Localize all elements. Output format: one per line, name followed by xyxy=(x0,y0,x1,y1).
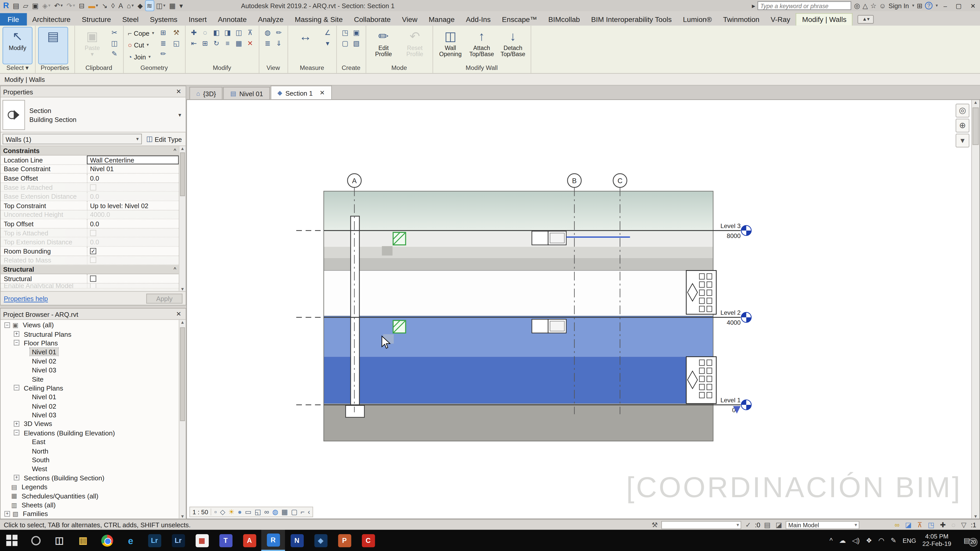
exchange-apps-icon[interactable]: △ xyxy=(862,2,868,10)
top-is-attached-checkbox[interactable] xyxy=(90,230,96,236)
properties-header[interactable]: Properties ✕ xyxy=(0,86,186,97)
revit-taskbar-icon[interactable]: R xyxy=(261,530,285,551)
app-dark-icon[interactable]: ◆ xyxy=(309,530,332,551)
beam-block-upper[interactable] xyxy=(532,231,566,245)
panel-label-create[interactable]: Create xyxy=(337,64,366,73)
canvas-scrollbar-thumb[interactable] xyxy=(973,107,979,145)
window-opening-level1[interactable] xyxy=(393,321,406,333)
switch-windows-icon[interactable]: ◫▾ xyxy=(155,0,167,11)
tree-item-sheets-all[interactable]: ▥Sheets (all) xyxy=(0,500,179,509)
panel-label-mode[interactable]: Mode xyxy=(366,64,432,73)
type-selector-caret-icon[interactable]: ▾ xyxy=(178,111,184,118)
section-view-canvas[interactable]: A B C Level 3 8000 xyxy=(186,99,980,519)
tree-item-site[interactable]: Site xyxy=(0,375,179,383)
tab-structure[interactable]: Structure xyxy=(76,14,117,26)
edit-profile-button[interactable]: ✏EditProfile xyxy=(369,27,398,64)
join-button[interactable]: ◔Join▾ xyxy=(127,51,156,62)
tab-lumion[interactable]: Lumion® xyxy=(677,14,718,26)
detail-level-icon[interactable]: ▫ xyxy=(215,508,217,516)
rotate-icon[interactable]: ↻ xyxy=(211,38,222,48)
close-inactive-icon[interactable]: ⇓ xyxy=(274,38,284,48)
tab-enscape[interactable]: Enscape™ xyxy=(496,14,543,26)
tree-item-nivel-03[interactable]: Nivel 03 xyxy=(0,365,179,375)
crop-view-icon[interactable]: ▭ xyxy=(245,508,251,516)
revit-logo-icon[interactable]: R xyxy=(2,0,10,11)
demolish-icon[interactable]: ⚒ xyxy=(171,27,182,38)
panel-label-properties[interactable]: Properties xyxy=(36,64,74,73)
transfer-icon[interactable]: ◈▾ xyxy=(41,0,52,11)
split-element-icon[interactable]: ◫ xyxy=(234,27,244,38)
louver-panel-upper[interactable] xyxy=(686,270,716,314)
beam-block-lower[interactable] xyxy=(532,319,566,333)
enable-analytical-model-checkbox[interactable] xyxy=(90,283,96,289)
top-is-attached-value[interactable] xyxy=(87,229,179,237)
tree-item-nivel-01[interactable]: Nivel 01 xyxy=(0,348,179,356)
copy-icon[interactable]: ⊞ xyxy=(200,38,210,48)
collapse-icon[interactable]: − xyxy=(4,322,10,328)
constraints-group-header[interactable]: Constraints^ xyxy=(0,146,179,156)
project-browser-close-icon[interactable]: ✕ xyxy=(174,310,183,318)
temporary-hide-isolate-icon[interactable]: ∞ xyxy=(264,508,269,516)
zoom-tool-icon[interactable]: ⊕ xyxy=(956,119,969,132)
filter-icon[interactable]: ▽ xyxy=(961,521,966,529)
help-icon[interactable]: ? xyxy=(925,2,932,9)
section-icon[interactable]: ◆ xyxy=(136,0,144,11)
tab-insert[interactable]: Insert xyxy=(183,14,212,26)
tree-item-nivel-01[interactable]: Nivel 01 xyxy=(0,392,179,401)
thin-lines-icon[interactable]: ≋ xyxy=(145,0,153,11)
app-p-icon[interactable]: P xyxy=(332,530,356,551)
undo-icon[interactable]: ↶▾ xyxy=(53,0,64,11)
move-icon[interactable]: ⇤ xyxy=(189,38,199,48)
unconnected-height-value[interactable]: 4000.0 xyxy=(87,210,179,219)
create-similar-icon[interactable]: ▣ xyxy=(351,27,362,38)
modify-button[interactable]: ↖Modify xyxy=(3,27,32,64)
tree-item-nivel-03[interactable]: Nivel 03 xyxy=(0,410,179,419)
top-offset-value[interactable]: 0.0 xyxy=(87,219,179,228)
structural-group-header[interactable]: Structural^ xyxy=(0,265,179,275)
base-offset-value[interactable]: 0.0 xyxy=(87,174,179,182)
paste-button[interactable]: ▣Paste▾ xyxy=(78,27,107,64)
tree-item-sections-building-section[interactable]: +Sections (Building Section) xyxy=(0,473,179,482)
lightroom-classic-icon[interactable]: Lr xyxy=(166,530,190,551)
navigation-wheel-icon[interactable]: ◎ xyxy=(956,104,969,118)
panel-label-clipboard[interactable]: Clipboard xyxy=(75,64,123,73)
default-3d-view-icon[interactable]: ⌂▾ xyxy=(126,0,135,11)
collapse-icon[interactable]: − xyxy=(14,385,19,391)
pin-icon[interactable]: ⊼ xyxy=(245,27,256,38)
tab-massing-site[interactable]: Massing & Site xyxy=(289,14,348,26)
tree-item-north[interactable]: North xyxy=(0,446,179,455)
close-button[interactable]: ✕ xyxy=(967,2,979,9)
design-options-dialog-icon[interactable]: ◪ xyxy=(776,521,782,529)
project-browser-scrollbar-thumb[interactable] xyxy=(180,327,185,421)
base-is-attached-checkbox[interactable] xyxy=(90,184,96,190)
properties-close-icon[interactable]: ✕ xyxy=(174,88,183,95)
wall-opening-button[interactable]: ◫WallOpening xyxy=(436,27,465,64)
favorites-star-icon[interactable]: ☆ xyxy=(870,2,877,10)
canvas-scrollbar[interactable]: ▲ ▼ xyxy=(971,100,980,519)
hidden-icons-icon[interactable]: ^ xyxy=(829,536,833,545)
level-2-marker-icon[interactable] xyxy=(741,312,751,322)
tab-analyze[interactable]: Analyze xyxy=(252,14,289,26)
task-view-button[interactable]: ◫ xyxy=(48,530,71,551)
lightroom-icon[interactable]: Lr xyxy=(142,530,166,551)
structural-value[interactable] xyxy=(87,274,179,283)
reveal-hidden-icon[interactable]: ◍ xyxy=(262,27,273,38)
properties-help-link[interactable]: Properties help xyxy=(4,295,48,302)
thin-lines-toggle-icon[interactable]: ≣ xyxy=(262,38,273,48)
help-caret-icon[interactable]: ▾ xyxy=(935,3,938,8)
cart-icon[interactable]: ⊞ xyxy=(917,2,923,10)
expand-icon[interactable]: + xyxy=(14,475,19,481)
cut-geometry-button[interactable]: ○Cut▾ xyxy=(127,39,156,51)
onedrive-icon[interactable]: ☁ xyxy=(839,536,846,545)
create-parts-icon[interactable]: ▧ xyxy=(351,38,362,48)
base-constraint-value[interactable]: Nivel 01 xyxy=(87,165,179,173)
tab-annotate[interactable]: Annotate xyxy=(212,14,252,26)
sign-in-caret-icon[interactable]: ▾ xyxy=(912,3,915,8)
teams-icon[interactable]: T xyxy=(214,530,238,551)
design-options-icon[interactable]: ▤ xyxy=(764,521,770,529)
tab-view[interactable]: View xyxy=(396,14,423,26)
reset-profile-button[interactable]: ↶ResetProfile xyxy=(401,27,429,64)
file-menu-icon[interactable]: ▤ xyxy=(11,0,21,11)
tab-file[interactable]: File xyxy=(0,13,27,25)
edit-type-button[interactable]: ◫ Edit Type xyxy=(145,135,184,143)
